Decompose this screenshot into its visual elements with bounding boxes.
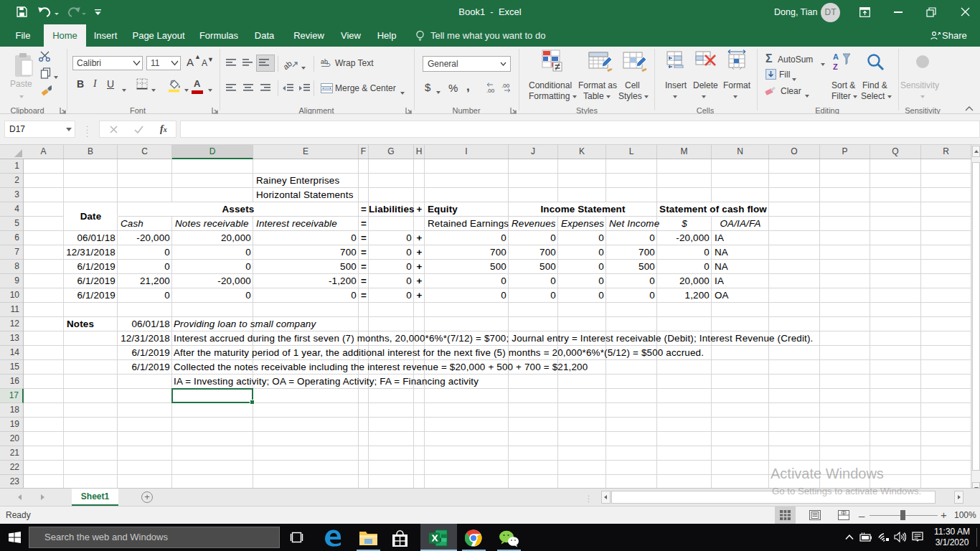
svg-text:.00: .00 bbox=[486, 88, 495, 93]
svg-text:Z: Z bbox=[833, 62, 838, 71]
svg-text:.00: .00 bbox=[501, 83, 510, 89]
svg-text:ab: ab bbox=[284, 59, 293, 70]
svg-text:A: A bbox=[833, 52, 839, 61]
